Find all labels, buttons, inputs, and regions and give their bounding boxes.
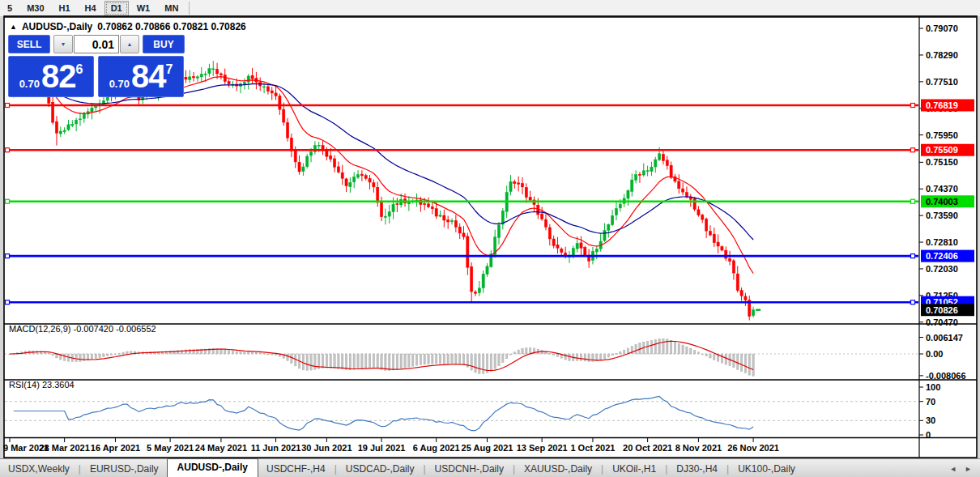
collapse-arrow-icon[interactable]: ▲ [10,23,17,31]
price-tick-label: 0.74370 [926,184,958,194]
volume-decrease-button[interactable]: ▼ [53,35,73,53]
svg-text:0.72406: 0.72406 [926,251,958,261]
sell-button[interactable]: SELL [8,35,50,53]
price-tick-label: 0.75150 [926,157,958,167]
sell-price-sup: 6 [75,62,83,77]
rsi-tick-label: 30 [926,415,935,425]
price-tick-label: 0.78290 [926,50,958,60]
price-tick-label: 0.72810 [926,237,958,247]
date-tick-label: 19 Jul 2021 [358,443,406,453]
date-tick-label: 8 Nov 2021 [675,443,722,453]
chart-tabs-bar: USDX,Weekly|EURUSD-,DailyAUDUSD-,DailyUS… [0,458,980,477]
price-tick-label: 0.75950 [926,130,958,140]
price-label-badge: 0.75509 [921,144,974,156]
one-click-trading-panel: SELL ▼ 0.01 ▲ BUY 0.70 82 6 0.70 84 7 [8,35,185,97]
date-tick-label: 24 May 2021 [195,443,247,453]
chart-tab-usdcnh-daily[interactable]: USDCNH-,Daily [427,461,512,477]
date-tick-label: 1 Oct 2021 [570,443,615,453]
svg-text:0.75509: 0.75509 [926,145,958,155]
price-tick-label: 0.70470 [926,317,958,327]
chart-title: ▲ AUDUSD-,Daily 0.70862 0.70866 0.70821 … [10,21,246,32]
date-tick-label: 13 Sep 2021 [517,443,568,453]
tabs-scroll-left-icon[interactable]: ◄ [949,465,957,473]
date-tick-label: 28 Mar 2021 [39,443,89,453]
price-label-badge: 0.72406 [921,250,974,262]
svg-text:0.70826: 0.70826 [926,305,958,315]
last-price-marker [756,309,761,311]
date-tick-label: 20 Oct 2021 [623,443,672,453]
chart-tab-eurusd-daily[interactable]: EURUSD-,Daily [82,461,167,477]
macd-tick-label: -0.008066 [926,371,966,381]
price-tick-label: 0.73590 [926,211,958,220]
date-tick-label: 16 Apr 2021 [91,443,140,453]
buy-price-display[interactable]: 0.70 84 7 [98,56,184,97]
price-label-badge: 0.70826 [921,304,974,316]
date-tick-label: 30 Jun 2021 [301,443,352,453]
macd-label: MACD(12,26,9) -0.007420 -0.006552 [9,324,156,334]
chart-tab-dj30-h4[interactable]: DJ30-,H4 [668,461,726,477]
macd-tick-label: 0.00 [926,349,943,359]
price-label-badge: 0.74003 [921,195,974,207]
chart-tab-uk100-daily[interactable]: UK100-,Daily [730,461,803,477]
svg-text:0.74003: 0.74003 [926,197,958,207]
price-tick-label: 0.72030 [926,264,958,274]
chart-tab-usdcad-daily[interactable]: USDCAD-,Daily [338,461,423,477]
mt4-window: 5M30H1H4D1W1MN 0.790700.782900.775100.76… [0,0,980,477]
volume-input[interactable]: 0.01 [74,35,119,53]
chart-tab-audusd-daily[interactable]: AUDUSD-,Daily [167,458,258,477]
ohlc-quotes: 0.70862 0.70866 0.70821 0.70826 [97,21,246,32]
price-tick-label: 0.79070 [926,23,958,33]
chart-tab-usdx-weekly[interactable]: USDX,Weekly [0,461,78,477]
chart-tab-ukoil-h1[interactable]: UKOil-,H1 [604,461,664,477]
rsi-tick-label: 0 [926,430,931,440]
sell-price-prefix: 0.70 [19,78,40,90]
date-tick-label: 25 Aug 2021 [462,443,513,453]
chart-tab-usdchf-h4[interactable]: USDCHF-,H4 [258,461,334,477]
price-label-badge: 0.76819 [921,99,974,111]
date-tick-label: 6 Aug 2021 [413,443,460,453]
buy-price-big: 84 [131,57,166,95]
date-tick-label: 5 May 2021 [147,443,194,453]
chart-tab-xauusd-daily[interactable]: XAUUSD-,Daily [516,461,600,477]
buy-button[interactable]: BUY [143,35,185,53]
buy-price-sup: 7 [165,62,173,77]
sell-price-display[interactable]: 0.70 82 6 [8,56,94,97]
sell-price-big: 82 [41,57,76,95]
symbol-name: AUDUSD-,Daily [22,21,92,32]
buy-price-prefix: 0.70 [109,78,130,90]
volume-increase-button[interactable]: ▲ [120,35,139,53]
date-tick-label: 26 Nov 2021 [727,443,779,453]
rsi-tick-label: 100 [926,382,940,392]
svg-text:0.76819: 0.76819 [926,100,958,110]
rsi-label: RSI(14) 23.3604 [9,380,75,390]
tabs-scroll-right-icon[interactable]: ► [965,465,972,473]
date-tick-label: 11 Jun 2021 [251,443,301,453]
price-tick-label: 0.77510 [926,77,958,87]
rsi-tick-label: 70 [926,397,935,407]
macd-tick-label: 0.006147 [926,333,963,343]
